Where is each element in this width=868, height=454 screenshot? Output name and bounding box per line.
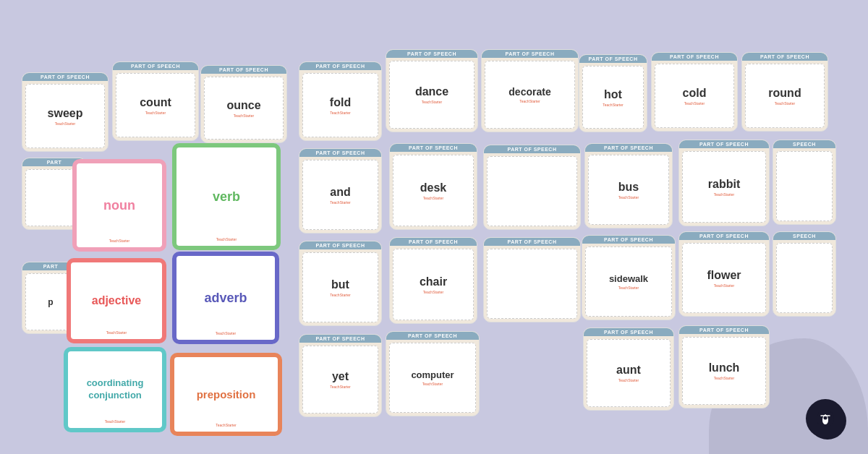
card-word: sweep <box>48 107 83 120</box>
card-word: dance <box>415 85 448 98</box>
card-partial-mid1: PART OF SPEECH <box>483 145 581 230</box>
card-fold: PART OF SPEECH fold TeachStarter <box>299 61 382 141</box>
card-word: ounce <box>226 99 260 112</box>
card-sweep: PART OF SPEECH sweep TeachStarter <box>22 72 109 152</box>
card-word: bus <box>618 181 639 194</box>
card-header: PART OF SPEECH <box>482 50 578 58</box>
category-label-preposition: preposition <box>197 388 256 401</box>
card-dance: PART OF SPEECH dance TeachStarter <box>386 49 478 132</box>
category-card-preposition: preposition TeachStarter <box>170 353 282 436</box>
category-card-adverb: adverb TeachStarter <box>172 252 279 344</box>
card-word: p <box>48 297 53 307</box>
card-word: cold <box>683 87 707 100</box>
card-header: SPEECH <box>773 140 835 148</box>
card-round: PART OF SPEECH round TeachStarter <box>741 52 828 132</box>
category-card-noun: noun TeachStarter <box>72 159 166 252</box>
card-yet: PART OF SPEECH yet TeachStarter <box>299 334 382 417</box>
svg-point-1 <box>824 416 827 420</box>
card-chair: PART OF SPEECH chair TeachStarter <box>389 237 477 324</box>
category-card-conjunction: coordinatingconjunction TeachStarter <box>64 347 166 432</box>
category-label-noun: noun <box>103 198 135 213</box>
card-flower: PART OF SPEECH flower TeachStarter <box>678 231 770 317</box>
card-header: PART OF SPEECH <box>679 140 769 148</box>
teachstarter-icon <box>815 408 835 429</box>
card-word: flower <box>707 269 741 282</box>
card-but: PART OF SPEECH but TeachStarter <box>299 241 382 326</box>
card-header: PART OF SPEECH <box>390 144 477 152</box>
card-header: PART OF SPEECH <box>742 53 827 61</box>
card-header: SPEECH <box>773 232 835 240</box>
card-word: and <box>330 186 350 199</box>
card-header: PART OF SPEECH <box>582 236 675 244</box>
card-desk: PART OF SPEECH desk TeachStarter <box>389 143 477 230</box>
card-sidewalk: PART OF SPEECH sidewalk TeachStarter <box>582 235 676 320</box>
category-label-conjunction: coordinatingconjunction <box>87 377 144 402</box>
card-aunt: PART OF SPEECH aunt TeachStarter <box>583 327 674 411</box>
card-header: PART OF SPEECH <box>299 62 381 70</box>
category-label-adverb: adverb <box>204 291 247 306</box>
card-word: but <box>331 278 349 291</box>
card-word: decorate <box>509 86 550 98</box>
card-header: PART OF SPEECH <box>579 55 647 63</box>
card-computer: PART OF SPEECH computer TeachStarter <box>386 331 480 416</box>
card-word: hot <box>604 88 622 101</box>
card-hot: PART OF SPEECH hot TeachStarter <box>579 54 647 132</box>
card-partial-mid2: PART OF SPEECH <box>483 237 581 322</box>
card-header: PART OF SPEECH <box>484 238 580 246</box>
card-lunch: PART OF SPEECH lunch TeachStarter <box>678 325 770 408</box>
card-bus: PART OF SPEECH bus TeachStarter <box>584 143 673 228</box>
card-word: rabbit <box>708 178 740 191</box>
category-label-verb: verb <box>213 189 240 205</box>
card-ounce: PART OF SPEECH ounce TeachStarter <box>200 65 287 143</box>
logo-circle <box>806 399 845 438</box>
category-label-adjective: adjective <box>92 294 141 307</box>
card-word: computer <box>411 369 454 380</box>
card-and: PART OF SPEECH and TeachStarter <box>299 148 382 234</box>
card-decorate: PART OF SPEECH decorate TeachStarter <box>481 49 579 132</box>
card-header: PART OF SPEECH <box>390 238 477 246</box>
card-header: PART OF SPEECH <box>299 149 381 157</box>
category-card-verb: verb TeachStarter <box>172 143 281 250</box>
card-header: PART OF SPEECH <box>299 335 381 343</box>
card-word: desk <box>420 181 446 194</box>
card-header: PART OF SPEECH <box>484 145 580 153</box>
card-word: fold <box>330 96 351 109</box>
card-header: PART OF SPEECH <box>652 53 737 61</box>
card-header: PART OF SPEECH <box>679 326 769 334</box>
card-word: round <box>768 87 801 100</box>
card-header: PART OF SPEECH <box>679 232 769 240</box>
card-header: PART OF SPEECH <box>299 241 381 249</box>
card-rabbit: PART OF SPEECH rabbit TeachStarter <box>678 140 770 226</box>
card-partial-right1: SPEECH <box>773 140 836 225</box>
card-word: lunch <box>709 361 740 374</box>
card-header: PART OF SPEECH <box>386 50 477 58</box>
category-card-adjective: adjective TeachStarter <box>67 258 166 343</box>
card-partial-right2: SPEECH <box>773 231 836 317</box>
card-word: sidewalk <box>609 273 648 284</box>
card-word: aunt <box>616 364 641 377</box>
card-cold: PART OF SPEECH cold TeachStarter <box>651 52 738 132</box>
card-header: PART OF SPEECH <box>113 62 198 70</box>
card-header: PART OF SPEECH <box>386 332 479 340</box>
card-header: PART OF SPEECH <box>584 328 673 336</box>
card-word: chair <box>420 275 447 288</box>
card-header: PART OF SPEECH <box>201 66 286 74</box>
card-header: PART OF SPEECH <box>585 144 672 152</box>
card-word: count <box>140 96 171 109</box>
card-word: yet <box>332 370 349 383</box>
card-count: PART OF SPEECH count TeachStarter <box>112 61 199 141</box>
card-header: PART OF SPEECH <box>22 73 108 81</box>
